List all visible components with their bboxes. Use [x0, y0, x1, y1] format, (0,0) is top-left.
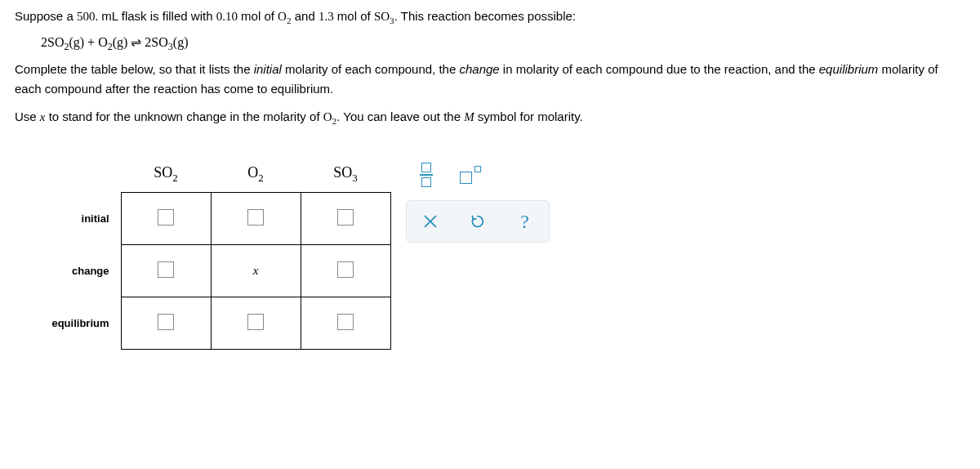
- work-area: SO2 O2 SO3 initial change x equilibrium: [23, 156, 965, 350]
- text: in molarity of each compound due to the …: [500, 62, 819, 76]
- cell-initial-o2[interactable]: [211, 192, 301, 244]
- italic-initial: initial: [254, 62, 282, 76]
- superscript-icon: [460, 166, 481, 184]
- text: to stand for the unknown change in the m…: [46, 109, 323, 123]
- text: . You can leave out the: [336, 109, 464, 123]
- text: . This reaction becomes possible:: [394, 9, 576, 23]
- clear-button[interactable]: [418, 209, 443, 234]
- species: SO: [151, 35, 167, 49]
- problem-line-1: Suppose a 500. mL flask is filled with 0…: [15, 7, 965, 28]
- text: Complete the table below, so that it lis…: [15, 62, 254, 76]
- input-box[interactable]: [337, 314, 354, 330]
- input-box[interactable]: [158, 209, 174, 226]
- fraction-icon: [420, 163, 433, 187]
- text: mL flask is filled with: [98, 9, 216, 23]
- instruction-line-2: Complete the table below, so that it lis…: [15, 60, 965, 99]
- tool-palette: ?: [406, 158, 550, 243]
- instruction-line-3: Use x to stand for the unknown change in…: [15, 107, 965, 128]
- cell-initial-so3[interactable]: [301, 192, 390, 244]
- text: molarity of each compound, the: [282, 62, 460, 76]
- fraction-button[interactable]: [414, 163, 439, 187]
- col-header-so3: SO3: [301, 156, 390, 192]
- text: Suppose a: [15, 9, 77, 23]
- cell-eq-o2[interactable]: [211, 297, 301, 349]
- plus: +: [84, 35, 98, 49]
- text: and: [292, 9, 318, 23]
- text: symbol for molarity.: [474, 109, 583, 123]
- italic-equilibrium: equilibrium: [819, 62, 879, 76]
- cell-change-o2[interactable]: x: [211, 244, 301, 297]
- species-o2: O: [278, 10, 287, 23]
- row-label-change: change: [23, 244, 121, 297]
- undo-icon: [469, 212, 487, 230]
- cell-change-so3[interactable]: [301, 244, 390, 297]
- col-header-so2: SO2: [121, 156, 211, 192]
- species-o2: O: [323, 110, 332, 123]
- text: Use: [15, 109, 40, 123]
- palette-row-top: [406, 158, 550, 192]
- species: O: [98, 35, 108, 49]
- ice-table: SO2 O2 SO3 initial change x equilibrium: [23, 156, 391, 350]
- value-mol-so3: 1.3: [318, 10, 334, 23]
- input-box[interactable]: [337, 261, 354, 278]
- input-box[interactable]: [158, 261, 174, 278]
- input-box[interactable]: [158, 314, 174, 330]
- palette-row-bottom: ?: [406, 200, 550, 243]
- cell-eq-so2[interactable]: [121, 297, 211, 349]
- italic-change: change: [459, 62, 499, 76]
- row-label-equilibrium: equilibrium: [23, 297, 121, 349]
- close-icon: [421, 212, 439, 230]
- state: (g): [173, 35, 189, 49]
- prefilled-x: x: [253, 264, 259, 277]
- value-volume: 500.: [77, 10, 98, 23]
- cell-eq-so3[interactable]: [301, 297, 390, 349]
- superscript-button[interactable]: [458, 163, 483, 187]
- question-icon: ?: [520, 211, 529, 233]
- input-box[interactable]: [247, 209, 264, 226]
- corner-blank: [23, 156, 121, 192]
- symbol-molarity: M: [464, 110, 474, 123]
- text: mol of: [334, 9, 374, 23]
- help-button[interactable]: ?: [513, 209, 537, 234]
- reaction-equation: 2SO2(g) + O2(g) ⇌ 2SO3(g): [41, 34, 965, 53]
- state: (g): [113, 35, 128, 49]
- species-so3: SO: [374, 10, 390, 23]
- coef: 2: [41, 35, 47, 49]
- row-label-initial: initial: [23, 192, 121, 244]
- species: SO: [47, 35, 64, 49]
- input-box[interactable]: [247, 314, 264, 330]
- cell-initial-so2[interactable]: [121, 192, 211, 244]
- state: (g): [69, 35, 84, 49]
- reset-button[interactable]: [466, 209, 490, 234]
- text: mol of: [238, 9, 278, 23]
- equilibrium-arrow: ⇌: [127, 35, 145, 49]
- cell-change-so2[interactable]: [121, 244, 211, 297]
- col-header-o2: O2: [211, 156, 301, 192]
- value-mol-o2: 0.10: [216, 10, 238, 23]
- input-box[interactable]: [337, 209, 354, 226]
- variable-x: x: [40, 110, 46, 123]
